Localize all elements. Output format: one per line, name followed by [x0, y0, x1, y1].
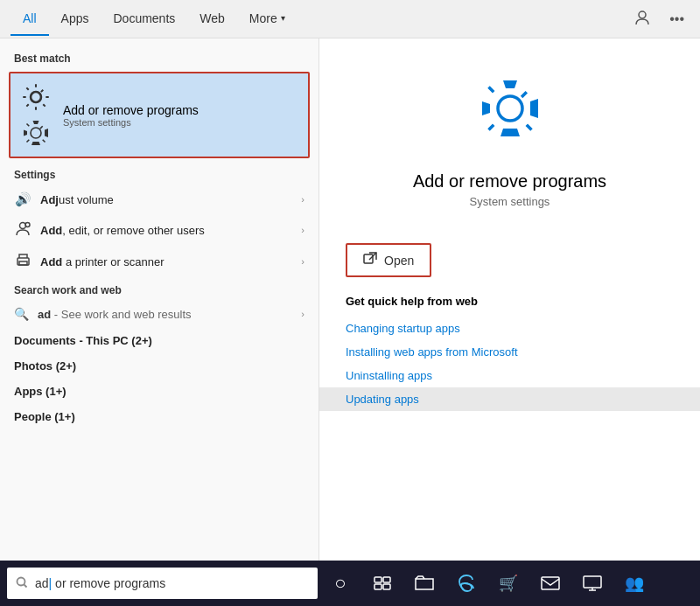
category-people[interactable]: People (1+) — [0, 404, 318, 429]
search-typed: ad| or remove programs — [35, 576, 165, 590]
svg-point-0 — [639, 11, 646, 18]
file-explorer-button[interactable] — [405, 564, 444, 603]
chevron-right-icon-3: › — [301, 256, 304, 267]
search-web-icon: 🔍 — [14, 307, 29, 321]
settings-section-header: Settings — [0, 162, 318, 185]
svg-rect-12 — [383, 577, 390, 582]
search-taskbar-button[interactable]: ○ — [321, 564, 360, 603]
search-web-header: Search work and web — [0, 277, 318, 300]
svg-rect-14 — [383, 584, 390, 589]
printer-icon — [14, 253, 32, 270]
mail-button[interactable] — [531, 564, 570, 603]
right-panel: Add or remove programs System settings O… — [319, 38, 700, 561]
category-photos[interactable]: Photos (2+) — [0, 353, 318, 379]
users-label: Add, edit, or remove other users — [40, 224, 205, 237]
users-icon — [14, 221, 32, 239]
right-title: Add or remove programs — [413, 171, 606, 192]
svg-rect-11 — [374, 577, 382, 582]
tab-more[interactable]: More ▾ — [237, 3, 298, 36]
right-gear-icon — [475, 73, 545, 157]
tab-all[interactable]: All — [10, 3, 49, 36]
right-subtitle: System settings — [470, 195, 550, 208]
user-icon-button[interactable] — [629, 4, 655, 34]
quick-help-title: Get quick help from web — [346, 295, 674, 308]
chevron-down-icon: ▾ — [281, 13, 285, 23]
search-web-item[interactable]: 🔍 ad - See work and web results › — [0, 300, 318, 328]
svg-rect-13 — [374, 584, 382, 589]
quick-help-link-1[interactable]: Installing web apps from Microsoft — [346, 340, 674, 364]
best-match-subtitle: System settings — [63, 117, 199, 128]
list-item-users[interactable]: Add, edit, or remove other users › — [0, 214, 318, 246]
task-view-button[interactable] — [363, 564, 402, 603]
search-icon — [16, 576, 28, 591]
chevron-right-icon-2: › — [301, 225, 304, 235]
store-button[interactable]: 🛒 — [489, 564, 528, 603]
chevron-right-icon-4: › — [301, 309, 304, 319]
open-label: Open — [384, 254, 414, 268]
svg-point-2 — [31, 92, 41, 102]
tab-web[interactable]: Web — [187, 3, 237, 36]
nav-right-actions: ••• — [629, 4, 690, 34]
edge-button[interactable] — [447, 564, 486, 603]
open-button-wrapper: Open — [319, 243, 700, 277]
search-web-text: ad - See work and web results — [38, 308, 192, 321]
printer-label: Add a printer or scanner — [40, 255, 164, 268]
svg-rect-9 — [364, 254, 373, 263]
volume-icon: 🔊 — [14, 192, 32, 207]
quick-help-link-0[interactable]: Changing startup apps — [346, 317, 674, 340]
chevron-right-icon: › — [301, 194, 304, 205]
best-match-text: Add or remove programs System settings — [63, 103, 199, 128]
left-panel: Best match Add or remove programs — [0, 38, 319, 561]
svg-point-5 — [25, 223, 30, 227]
taskbar-search[interactable]: ad| or remove programs — [7, 568, 318, 599]
quick-help-section: Get quick help from web Changing startup… — [319, 277, 700, 411]
more-options-button[interactable]: ••• — [664, 6, 690, 32]
open-button[interactable]: Open — [346, 243, 431, 277]
svg-rect-16 — [584, 576, 601, 588]
open-icon — [363, 252, 377, 268]
best-match-header: Best match — [0, 45, 318, 68]
svg-point-3 — [31, 128, 41, 138]
right-top: Add or remove programs System settings — [319, 38, 700, 243]
main-container: Best match Add or remove programs — [0, 38, 700, 561]
tab-documents[interactable]: Documents — [101, 3, 187, 36]
tab-apps[interactable]: Apps — [49, 3, 102, 36]
list-item-printer[interactable]: Add a printer or scanner › — [0, 246, 318, 277]
quick-help-link-2[interactable]: Uninstalling apps — [346, 364, 674, 387]
teams-button[interactable]: 👥 — [615, 564, 654, 603]
list-item-volume[interactable]: 🔊 Adjust volume › — [0, 185, 318, 214]
svg-rect-7 — [19, 261, 27, 265]
taskbar: ad| or remove programs ○ 🛒 — [0, 561, 700, 606]
category-documents[interactable]: Documents - This PC (2+) — [0, 328, 318, 353]
quick-help-link-3[interactable]: Updating apps — [319, 387, 700, 411]
svg-point-8 — [498, 96, 522, 121]
volume-label: Adjust volume — [40, 193, 114, 206]
gear-large-icon — [21, 82, 51, 148]
svg-rect-15 — [542, 577, 559, 589]
remote-desktop-button[interactable] — [573, 564, 612, 603]
best-match-title: Add or remove programs — [63, 103, 199, 117]
category-apps[interactable]: Apps (1+) — [0, 379, 318, 404]
best-match-item[interactable]: Add or remove programs System settings — [9, 72, 310, 158]
svg-point-10 — [18, 577, 25, 585]
top-nav: All Apps Documents Web More ▾ ••• — [0, 0, 700, 38]
